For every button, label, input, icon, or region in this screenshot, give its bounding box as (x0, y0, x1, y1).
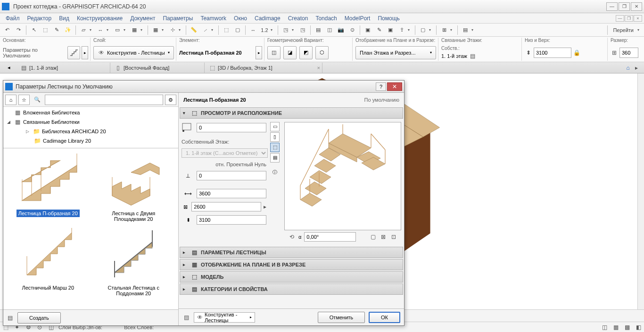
expand-icon[interactable]: ▸ (183, 275, 188, 279)
dim-icon[interactable]: ↔ (248, 25, 258, 35)
menu-view[interactable]: Вид (55, 15, 73, 22)
gallery-item[interactable]: Стальная Лестница с Поддонами 20 (93, 227, 175, 297)
section-display-header[interactable]: ▸ ▦ ОТОБРАЖЕНИЕ НА ПЛАНЕ И В РАЗРЕЗЕ (180, 259, 403, 270)
tab-prev[interactable]: ◂ (2, 65, 16, 71)
create-button[interactable]: Создать (17, 312, 61, 324)
stair-tool-icon[interactable] (67, 46, 80, 59)
close-button[interactable]: ✕ (631, 2, 642, 11)
nav1-icon[interactable]: ▢ (418, 25, 428, 35)
dialog-titlebar[interactable]: Параметры Лестницы по Умолчанию ? ✕ (3, 81, 404, 93)
doc-restore[interactable]: ❐ (625, 15, 633, 22)
doc-minimize[interactable]: — (616, 15, 624, 22)
section-preview-header[interactable]: ▾ ⬚ ПРОСМОТР И РАСПОЛОЖЕНИЕ (180, 107, 403, 119)
tree-embedded[interactable]: ▦ Вложенная Библиотека (4, 108, 177, 117)
menu-file[interactable]: Файл (2, 15, 24, 22)
expand-icon[interactable]: ▸ (183, 250, 188, 255)
group-icon[interactable]: ▭ (112, 25, 123, 35)
tree-linked[interactable]: ◢ ▦ Связанные Библиотеки (4, 117, 177, 127)
undo-button[interactable]: ↶ (2, 25, 12, 35)
s9-icon[interactable]: ◧ (635, 324, 642, 331)
selection-icon[interactable]: ▱ (78, 25, 89, 35)
layer-stack-icon[interactable]: ▤ (182, 314, 190, 321)
search-icon[interactable]: 🔍 (32, 95, 43, 105)
angle-input[interactable] (304, 232, 356, 242)
s7-icon[interactable]: ▦ (612, 324, 619, 331)
organizer-icon[interactable]: ▸ (633, 64, 640, 72)
library-tree[interactable]: ▦ Вложенная Библиотека ◢ ▦ Связанные Биб… (3, 107, 178, 148)
topbot-input[interactable] (534, 48, 571, 58)
window-icon[interactable]: ⊞ (439, 25, 449, 35)
tab-3d[interactable]: ⬚ [3D / Выборка, Этаж 1] × (205, 63, 322, 73)
dim12-icon[interactable]: 1.2 (259, 25, 270, 35)
offset-input[interactable] (197, 123, 266, 132)
palette-icon[interactable]: ▤ (460, 25, 471, 35)
view-top[interactable]: ▭ (270, 122, 280, 131)
menu-modelport[interactable]: ModelPort (341, 15, 374, 22)
new-stair-icon[interactable]: ▤ (6, 314, 14, 322)
menu-help[interactable]: Помощь (374, 15, 403, 22)
pointer-icon[interactable]: ↖ (29, 25, 39, 35)
menu-editor[interactable]: Редактор (24, 15, 56, 22)
section-categories-header[interactable]: ▸ ▤ КАТЕГОРИИ И СВОЙСТВА (180, 283, 403, 295)
trace-icon[interactable]: ◳ (281, 25, 291, 35)
tab-elevation[interactable]: ▯ [Восточный Фасад] (110, 63, 205, 73)
element-next[interactable]: ▸ (256, 46, 262, 59)
mirror-icon[interactable]: ▢ (369, 233, 377, 241)
maximize-button[interactable]: ❐ (619, 2, 630, 11)
geom-var1[interactable]: ◫ (267, 46, 281, 59)
grid-icon[interactable]: ▦ (150, 25, 161, 35)
export-icon[interactable]: ⇪ (396, 25, 407, 35)
expand-icon[interactable]: ▸ (183, 287, 188, 292)
dialog-close-button[interactable]: ✕ (387, 82, 402, 91)
edit-icon[interactable]: ✎ (51, 25, 62, 35)
menu-cadimage[interactable]: Cadimage (251, 15, 284, 22)
size-input[interactable] (619, 48, 638, 58)
cube-icon[interactable]: ⬚ (221, 25, 231, 35)
view-side[interactable]: ▤ (270, 153, 280, 162)
view-3d[interactable]: ⬚ (270, 143, 280, 152)
view-front[interactable]: ▯ (270, 132, 280, 142)
view-info[interactable]: ⓘ (270, 168, 280, 178)
search-input[interactable] (45, 95, 163, 105)
s6-icon[interactable]: ◫ (601, 324, 608, 331)
favorite-icon[interactable]: ☆ (18, 95, 30, 105)
tab-floor1[interactable]: ▤ [1. 1-й этаж] (16, 63, 110, 73)
library-gallery[interactable]: Лестница П-образная 20 Лестница с Двумя … (3, 148, 178, 309)
marquee-icon[interactable]: ⬚ (40, 25, 50, 35)
layer-dropdown[interactable]: 👁 Конструктив - Лестницы ▾ (93, 46, 174, 59)
menu-teamwork[interactable]: Teamwork (197, 15, 230, 22)
own-story-select[interactable]: 1. 1-й этаж (С...асно Отметке) (182, 148, 268, 158)
ruler-icon[interactable]: 📏 (189, 25, 199, 35)
goto-label[interactable]: Перейти (610, 27, 636, 33)
flip-x-icon[interactable]: ⊠ (380, 233, 387, 241)
menu-construct[interactable]: Конструирование (73, 15, 126, 22)
basic-next[interactable]: ▸ (82, 46, 88, 59)
geom-var3[interactable]: ◩ (299, 46, 313, 59)
dim2-input[interactable] (191, 202, 261, 211)
gallery-item[interactable]: Лестница с Двумя Площадками 20 (93, 152, 175, 223)
solid-icon[interactable]: ▣ (385, 25, 396, 35)
gallery-item-selected[interactable]: Лестница П-образная 20 (7, 152, 89, 223)
menu-document[interactable]: Документ (126, 15, 159, 22)
edit3d-icon[interactable]: ✎ (374, 25, 384, 35)
dim1-input[interactable] (197, 189, 266, 198)
geom-var2[interactable]: ◪ (283, 46, 297, 59)
expand-icon[interactable]: ▷ (26, 129, 31, 134)
trace2-icon[interactable]: ◳ (297, 25, 308, 35)
plan-dropdown[interactable]: План Этажа и Разрез... ▾ (355, 46, 436, 59)
collapse-icon[interactable]: ▾ (183, 111, 188, 115)
link-icon[interactable]: ▸ (263, 203, 266, 211)
cancel-button[interactable]: Отменить (318, 312, 365, 323)
menu-options[interactable]: Параметры (159, 15, 197, 22)
tree-archicad-lib[interactable]: ▷ 📁 Библиотека ARCHICAD 20 (4, 127, 177, 136)
render-icon[interactable]: ⊙ (347, 25, 357, 35)
move-icon[interactable]: ↔ (95, 25, 106, 35)
doc-close[interactable]: × (634, 15, 642, 22)
collapse-icon[interactable]: ◢ (7, 120, 12, 124)
lock-icon[interactable]: 🔒 (573, 49, 580, 57)
section-model-header[interactable]: ▸ ⬚ МОДЕЛЬ (180, 271, 403, 283)
redo-button[interactable]: ↷ (13, 25, 24, 35)
section-params-header[interactable]: ▸ ▤ ПАРАМЕТРЫ ЛЕСТНИЦЫ (180, 247, 403, 258)
menu-window[interactable]: Окно (230, 15, 251, 22)
close-icon[interactable]: × (317, 65, 320, 71)
